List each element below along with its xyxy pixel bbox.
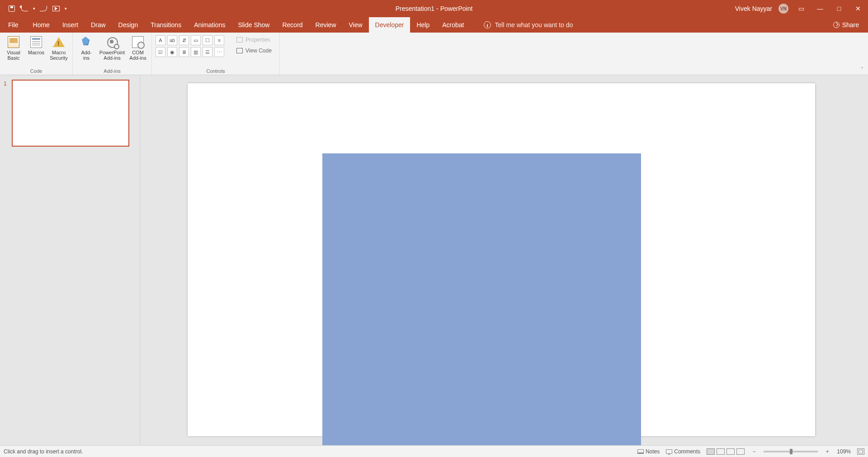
control-togglebutton[interactable]: ☰ xyxy=(203,47,212,57)
tab-record[interactable]: Record xyxy=(276,17,309,33)
powerpoint-addins-button[interactable]: PowerPoint Add-ins xyxy=(98,34,126,61)
group-label-code: Code xyxy=(30,68,42,75)
group-code: Visual Basic Macros Macro Security Code xyxy=(0,33,73,75)
redo-button[interactable] xyxy=(38,3,49,14)
tab-insert[interactable]: Insert xyxy=(56,17,85,33)
visual-basic-button[interactable]: Visual Basic xyxy=(3,34,24,61)
activex-control-placeholder[interactable] xyxy=(322,153,641,445)
comments-button[interactable]: Comments xyxy=(666,448,700,455)
play-icon xyxy=(52,6,60,11)
notes-icon xyxy=(637,449,644,454)
slide[interactable] xyxy=(188,83,815,436)
control-commandbutton[interactable]: ▭ xyxy=(191,35,201,45)
tab-review[interactable]: Review xyxy=(309,17,343,33)
work-area: 1 xyxy=(0,75,868,445)
properties-icon xyxy=(236,37,243,43)
com-addins-button[interactable]: COM Add-ins xyxy=(127,34,149,61)
control-spin[interactable]: ⇵ xyxy=(179,35,189,45)
tab-file[interactable]: File xyxy=(0,17,27,33)
addins-button[interactable]: Add- ins xyxy=(75,34,97,61)
close-button[interactable]: ✕ xyxy=(852,4,864,13)
visual-basic-icon xyxy=(8,36,19,48)
zoom-level[interactable]: 109% xyxy=(837,448,851,455)
zoom-in-button[interactable]: + xyxy=(824,448,830,455)
tab-slide-show[interactable]: Slide Show xyxy=(231,17,276,33)
warning-icon xyxy=(53,37,65,47)
comments-icon xyxy=(666,449,672,454)
view-code-button[interactable]: View Code xyxy=(232,46,276,55)
view-code-icon xyxy=(236,48,243,53)
zoom-out-button[interactable]: − xyxy=(751,448,757,455)
normal-view-button[interactable] xyxy=(707,448,715,455)
macros-icon xyxy=(30,36,42,48)
control-optionbutton[interactable]: ◉ xyxy=(167,47,177,57)
start-from-beginning-button[interactable] xyxy=(51,3,61,14)
control-listbox[interactable]: ≣ xyxy=(179,47,189,57)
title-bar: ▾ ▾ Presentation1 - PowerPoint Vivek Nay… xyxy=(0,0,868,17)
undo-dropdown[interactable]: ▾ xyxy=(32,3,36,14)
tab-home[interactable]: Home xyxy=(27,17,56,33)
tab-acrobat[interactable]: Acrobat xyxy=(436,17,470,33)
notes-button[interactable]: Notes xyxy=(637,448,660,455)
maximize-button[interactable]: □ xyxy=(833,4,845,13)
thumbnail-1[interactable] xyxy=(12,80,129,147)
addins-icon xyxy=(80,36,92,48)
tab-design[interactable]: Design xyxy=(112,17,145,33)
control-more[interactable]: ⋯ xyxy=(214,47,224,57)
qat-customize[interactable]: ▾ xyxy=(63,3,68,14)
tab-view[interactable]: View xyxy=(343,17,369,33)
tab-transitions[interactable]: Transitions xyxy=(144,17,188,33)
lightbulb-icon xyxy=(484,21,491,29)
tab-draw[interactable]: Draw xyxy=(85,17,112,33)
redo-icon xyxy=(40,6,47,11)
ribbon-options-icon: ▭ xyxy=(798,5,804,12)
control-combobox[interactable]: ▥ xyxy=(191,47,201,57)
save-icon xyxy=(9,5,15,12)
controls-grid: A ab ⇵ ▭ ☐ ≡ ☑ ◉ ≣ ▥ ☰ ⋯ xyxy=(152,33,228,57)
undo-button[interactable] xyxy=(19,3,30,14)
slide-thumbnails-panel[interactable]: 1 xyxy=(0,75,140,445)
tab-developer[interactable]: Developer xyxy=(369,17,410,33)
close-icon: ✕ xyxy=(855,5,861,12)
title-separator: - xyxy=(436,5,439,12)
chevron-up-icon: ˄ xyxy=(861,67,863,73)
tab-help[interactable]: Help xyxy=(410,17,436,33)
control-label[interactable]: A xyxy=(156,35,165,45)
share-icon xyxy=(833,22,840,28)
gear-icon xyxy=(106,36,118,48)
maximize-icon: □ xyxy=(837,5,841,12)
properties-button: Properties xyxy=(232,35,276,44)
controls-side: Properties View Code xyxy=(229,33,279,55)
share-button[interactable]: Share xyxy=(833,17,859,33)
tell-me-placeholder: Tell me what you want to do xyxy=(495,21,573,29)
status-bar: Click and drag to insert a control. Note… xyxy=(0,445,868,457)
ribbon-tabs: File Home Insert Draw Design Transitions… xyxy=(0,17,868,33)
control-textbox[interactable]: ab xyxy=(167,35,177,45)
control-checkbox[interactable]: ☑ xyxy=(156,47,165,57)
com-addins-icon xyxy=(132,36,144,48)
ribbon-display-options[interactable]: ▭ xyxy=(795,4,807,13)
undo-icon xyxy=(21,6,28,11)
title-right: Vivek Nayyar VN ▭ — □ ✕ xyxy=(735,4,864,14)
minimize-button[interactable]: — xyxy=(814,4,826,13)
slide-sorter-view-button[interactable] xyxy=(717,448,725,455)
ribbon: Visual Basic Macros Macro Security Code … xyxy=(0,33,868,75)
tell-me-search[interactable]: Tell me what you want to do xyxy=(484,17,573,33)
zoom-slider[interactable] xyxy=(764,451,818,452)
collapse-ribbon-button[interactable]: ˄ xyxy=(861,67,863,73)
tab-animations[interactable]: Animations xyxy=(188,17,231,33)
document-name: Presentation1 xyxy=(396,5,434,12)
thumbnail-number: 1 xyxy=(4,80,9,147)
reading-view-button[interactable] xyxy=(726,448,735,455)
avatar[interactable]: VN xyxy=(778,4,788,14)
macro-security-button[interactable]: Macro Security xyxy=(48,34,70,61)
slide-canvas-area[interactable] xyxy=(140,75,868,445)
group-addins: Add- ins PowerPoint Add-ins COM Add-ins … xyxy=(73,33,152,75)
fit-to-window-button[interactable] xyxy=(857,448,864,455)
control-image[interactable]: ☐ xyxy=(203,35,212,45)
save-button[interactable] xyxy=(6,3,17,14)
group-controls: A ab ⇵ ▭ ☐ ≡ ☑ ◉ ≣ ▥ ☰ ⋯ Properties xyxy=(152,33,280,75)
slideshow-view-button[interactable] xyxy=(736,448,745,455)
macros-button[interactable]: Macros xyxy=(25,34,47,55)
control-scrollbar[interactable]: ≡ xyxy=(214,35,224,45)
